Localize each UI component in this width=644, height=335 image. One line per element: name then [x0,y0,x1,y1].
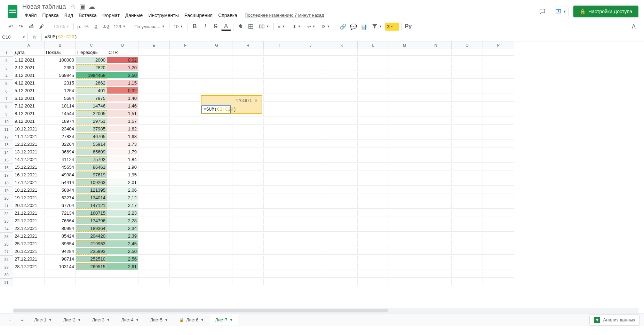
cell-I19[interactable] [264,187,295,193]
cell-M20[interactable] [389,194,420,201]
cell-B4[interactable]: 569845 [45,72,76,79]
cell-C28[interactable]: 252510 [76,256,107,262]
cell-L13[interactable] [358,141,389,147]
cell-J10[interactable] [295,118,326,125]
col-header-J[interactable]: J [295,41,326,49]
cell-C8[interactable]: 14746 [76,103,107,109]
cell-D18[interactable]: 2,01 [107,179,138,186]
cell-P12[interactable] [483,133,514,140]
cell-C5[interactable]: 2662 [76,80,107,86]
cell-M13[interactable] [389,141,420,147]
cell-O9[interactable] [452,110,483,117]
cell-I5[interactable] [264,80,295,86]
all-sheets-button[interactable]: ≡ [17,314,28,326]
cell-M11[interactable] [389,126,420,132]
cell-N18[interactable] [420,179,452,186]
cell-N31[interactable] [420,279,452,285]
cell-P9[interactable] [483,110,514,117]
cell-D25[interactable]: 2,39 [107,233,138,239]
cell-M12[interactable] [389,133,420,140]
cell-E16[interactable] [138,164,170,170]
cell-N10[interactable] [420,118,452,125]
fill-color-button[interactable] [236,22,245,31]
cell-A12[interactable]: 11.12.2021 [13,133,45,140]
cell-E28[interactable] [138,256,170,262]
cell-D9[interactable]: 1,51 [107,110,138,117]
cell-J15[interactable] [295,156,326,163]
cell-A6[interactable]: 5.12.2021 [13,87,45,94]
cell-B3[interactable]: 2350 [45,64,76,71]
cell-D31[interactable] [107,279,138,285]
cell-E21[interactable] [138,202,170,209]
cell-F23[interactable] [170,217,201,224]
cell-H1[interactable] [232,49,264,56]
cell-D20[interactable]: 2,12 [107,194,138,201]
row-header-3[interactable]: 3 [0,64,13,72]
close-icon[interactable]: × [255,98,257,103]
cell-I1[interactable] [264,49,295,56]
cell-D10[interactable]: 1,57 [107,118,138,125]
cell-K1[interactable] [326,49,358,56]
cell-P24[interactable] [483,225,514,232]
cell-K20[interactable] [326,194,358,201]
cell-F2[interactable] [170,57,201,63]
cell-D21[interactable]: 2,17 [107,202,138,209]
cell-M28[interactable] [389,256,420,262]
cell-E18[interactable] [138,179,170,186]
cell-A30[interactable] [13,271,45,278]
cell-B23[interactable]: 76564 [45,217,76,224]
cell-B27[interactable]: 94284 [45,248,76,255]
cell-M15[interactable] [389,156,420,163]
cell-M29[interactable] [389,263,420,270]
cell-L10[interactable] [358,118,389,125]
chevron-down-icon[interactable]: ▼ [48,318,52,322]
cell-G22[interactable] [201,210,232,216]
cell-K7[interactable] [326,95,358,102]
cell-P21[interactable] [483,202,514,209]
cell-H2[interactable] [232,57,264,63]
cell-O5[interactable] [452,80,483,86]
cell-D12[interactable]: 1,68 [107,133,138,140]
col-header-O[interactable]: O [452,41,483,49]
cell-F15[interactable] [170,156,201,163]
cell-J21[interactable] [295,202,326,209]
cloud-icon[interactable]: ☁ [89,3,95,10]
cell-M8[interactable] [389,103,420,109]
cell-L11[interactable] [358,126,389,132]
cell-M2[interactable] [389,57,420,63]
cell-M23[interactable] [389,217,420,224]
spreadsheet-grid[interactable]: ABCDEFGHIJKLMNOP1ДатаПоказыПереходыCTR21… [0,41,644,286]
cell-B6[interactable]: 1254 [45,87,76,94]
cell-D16[interactable]: 1,90 [107,164,138,170]
cell-N16[interactable] [420,164,452,170]
cell-J18[interactable] [295,179,326,186]
cell-I28[interactable] [264,256,295,262]
cell-O28[interactable] [452,256,483,262]
cell-B15[interactable]: 41124 [45,156,76,163]
cell-G10[interactable] [201,118,232,125]
chevron-down-icon[interactable]: ▼ [165,318,168,322]
cell-G6[interactable] [201,87,232,94]
rotate-dropdown[interactable]: ⟳▼ [320,23,334,31]
cell-G15[interactable] [201,156,232,163]
cell-B16[interactable]: 45554 [45,164,76,170]
cell-O12[interactable] [452,133,483,140]
cell-O31[interactable] [452,279,483,285]
chart-button[interactable]: 📊 [359,22,369,31]
cell-K9[interactable] [326,110,358,117]
cell-G29[interactable] [201,263,232,270]
cell-D1[interactable]: CTR [107,49,138,56]
cell-B21[interactable]: 67704 [45,202,76,209]
cell-J1[interactable] [295,49,326,56]
cell-G26[interactable] [201,240,232,247]
cell-F5[interactable] [170,80,201,86]
cell-P25[interactable] [483,233,514,239]
cell-A13[interactable]: 12.12.2021 [13,141,45,147]
cell-H17[interactable] [232,172,264,178]
cell-N21[interactable] [420,202,452,209]
row-header-16[interactable]: 16 [0,164,13,172]
cell-J17[interactable] [295,172,326,178]
cell-F26[interactable] [170,240,201,247]
cell-C21[interactable]: 147121 [76,202,107,209]
cell-N9[interactable] [420,110,452,117]
